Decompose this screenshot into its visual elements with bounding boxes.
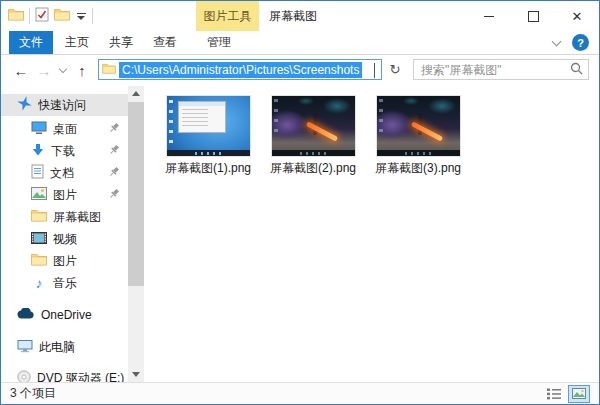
sidebar-item-music[interactable]: ♪ 音乐 bbox=[1, 272, 128, 294]
window-controls: ✕ bbox=[467, 1, 599, 31]
main-area: 快速访问 桌面 下载 bbox=[1, 86, 599, 382]
file-item[interactable]: 屏幕截图(1).png bbox=[161, 95, 255, 177]
thumbnail-art-layer bbox=[298, 97, 314, 105]
scroll-down-arrow-icon[interactable] bbox=[128, 367, 144, 382]
toolbar-separator bbox=[92, 8, 93, 24]
sidebar-item-downloads[interactable]: 下载 bbox=[1, 140, 128, 162]
sidebar-item-label: 此电脑 bbox=[39, 339, 75, 356]
file-thumbnail[interactable] bbox=[271, 95, 356, 157]
sidebar-item-onedrive[interactable]: OneDrive bbox=[1, 304, 128, 326]
tab-share[interactable]: 共享 bbox=[101, 31, 141, 54]
sidebar-item-label: 音乐 bbox=[53, 275, 77, 292]
file-name[interactable]: 屏幕截图(1).png bbox=[165, 160, 251, 177]
tab-file[interactable]: 文件 bbox=[9, 31, 53, 54]
contextual-tool-label: 图片工具 bbox=[196, 1, 259, 31]
sidebar-item-label: 快速访问 bbox=[38, 97, 86, 114]
file-thumbnail[interactable] bbox=[376, 95, 461, 157]
sidebar-item-label: 桌面 bbox=[53, 121, 77, 138]
picture-icon bbox=[31, 187, 47, 203]
maximize-button[interactable] bbox=[511, 1, 555, 31]
scroll-up-arrow-icon[interactable] bbox=[128, 86, 144, 101]
sidebar-item-label: 图片 bbox=[53, 253, 77, 270]
folder-icon bbox=[102, 63, 116, 77]
pin-icon bbox=[108, 166, 120, 181]
new-folder-icon[interactable] bbox=[54, 8, 70, 24]
file-thumbnail[interactable] bbox=[166, 95, 251, 157]
back-button[interactable]: ← bbox=[9, 55, 33, 85]
sidebar-item-quick-access[interactable]: 快速访问 bbox=[1, 94, 128, 116]
thumbnail-art-layer bbox=[300, 152, 330, 155]
sidebar-item-label: OneDrive bbox=[41, 308, 92, 322]
view-buttons bbox=[543, 385, 590, 403]
file-list: 屏幕截图(1).png 屏幕截图(2).png bbox=[161, 95, 465, 177]
help-icon[interactable]: ? bbox=[572, 34, 589, 51]
tab-home[interactable]: 主页 bbox=[57, 31, 97, 54]
up-button[interactable]: ↑ bbox=[71, 55, 93, 85]
thumbnail-art-layer bbox=[403, 97, 419, 105]
sidebar-item-desktop[interactable]: 桌面 bbox=[1, 118, 128, 140]
sidebar-item-documents[interactable]: 文档 bbox=[1, 162, 128, 184]
sidebar-scrollbar[interactable] bbox=[128, 86, 144, 382]
customize-toolbar-caret-icon[interactable] bbox=[75, 13, 87, 20]
explorer-window: 图片工具 屏幕截图 ✕ 文件 主页 共享 查看 管理 ? ← → ↑ C:\Us… bbox=[0, 0, 600, 405]
scrollbar-thumb[interactable] bbox=[128, 102, 144, 286]
this-pc-monitor-icon bbox=[17, 339, 33, 356]
folder-icon[interactable] bbox=[8, 8, 24, 24]
thumbnail-art-layer bbox=[169, 100, 173, 146]
tab-view[interactable]: 查看 bbox=[145, 31, 185, 54]
toolbar-separator bbox=[29, 8, 30, 24]
search-input[interactable] bbox=[419, 62, 570, 78]
collapse-ribbon-chevron-icon[interactable] bbox=[552, 36, 562, 46]
file-item[interactable]: 屏幕截图(3).png bbox=[371, 95, 465, 177]
thumbnail-art-layer bbox=[405, 152, 435, 155]
folder-icon bbox=[31, 253, 47, 269]
title-bar: 图片工具 屏幕截图 ✕ bbox=[1, 1, 599, 31]
pin-icon bbox=[108, 188, 120, 203]
music-note-icon: ♪ bbox=[31, 275, 47, 291]
recent-locations-chevron-icon[interactable] bbox=[55, 55, 71, 85]
minimize-button[interactable] bbox=[467, 1, 511, 31]
sidebar-item-pictures[interactable]: 图片 bbox=[1, 184, 128, 206]
large-icons-view-button[interactable] bbox=[568, 385, 590, 403]
thumbnail-art-layer bbox=[178, 101, 226, 133]
status-bar: 3 个项目 bbox=[1, 382, 599, 404]
onedrive-cloud-icon bbox=[17, 308, 35, 322]
sidebar-item-screenshots[interactable]: 屏幕截图 bbox=[1, 206, 128, 228]
quick-access-star-icon bbox=[17, 96, 32, 114]
details-view-button[interactable] bbox=[543, 385, 565, 403]
file-name[interactable]: 屏幕截图(3).png bbox=[375, 160, 461, 177]
sidebar-item-this-pc[interactable]: 此电脑 bbox=[1, 336, 128, 358]
tab-manage[interactable]: 管理 bbox=[198, 31, 240, 54]
properties-check-icon[interactable] bbox=[35, 7, 49, 25]
close-button[interactable]: ✕ bbox=[555, 1, 599, 31]
sidebar-item-label: 下载 bbox=[51, 143, 75, 160]
pin-icon bbox=[108, 122, 120, 137]
file-item[interactable]: 屏幕截图(2).png bbox=[266, 95, 360, 177]
search-box bbox=[413, 59, 589, 80]
thumbnail-art-layer bbox=[379, 99, 383, 139]
sidebar-item-videos[interactable]: 视频 bbox=[1, 228, 128, 250]
address-dropdown-chevron-icon[interactable] bbox=[374, 63, 375, 77]
thumbnail-art-layer bbox=[305, 121, 337, 141]
navigation-pane: 快速访问 桌面 下载 bbox=[1, 86, 144, 382]
ribbon-tab-bar: 文件 主页 共享 查看 管理 ? bbox=[1, 31, 599, 55]
navigation-bar: ← → ↑ C:\Users\Administrator\Pictures\Sc… bbox=[1, 55, 599, 87]
download-icon bbox=[31, 143, 45, 160]
sidebar-item-label: 图片 bbox=[53, 187, 77, 204]
file-name[interactable]: 屏幕截图(2).png bbox=[270, 160, 356, 177]
thumbnail-art-layer bbox=[323, 98, 351, 114]
thumbnail-art-layer bbox=[428, 98, 456, 114]
sidebar-item-pictures-folder[interactable]: 图片 bbox=[1, 250, 128, 272]
refresh-icon[interactable]: ↻ bbox=[385, 59, 405, 80]
sidebar-item-label: 屏幕截图 bbox=[53, 209, 101, 226]
thumbnail-art-layer bbox=[410, 121, 442, 141]
thumbnail-art-layer bbox=[195, 152, 225, 155]
document-icon bbox=[31, 164, 44, 182]
window-title: 屏幕截图 bbox=[269, 1, 317, 31]
search-icon[interactable] bbox=[570, 62, 583, 78]
thumbnail-art-layer bbox=[274, 99, 278, 139]
video-icon bbox=[31, 232, 47, 247]
folder-icon bbox=[31, 209, 47, 225]
address-path-selected[interactable]: C:\Users\Administrator\Pictures\Screensh… bbox=[119, 62, 362, 78]
address-bar[interactable]: C:\Users\Administrator\Pictures\Screensh… bbox=[98, 59, 382, 80]
